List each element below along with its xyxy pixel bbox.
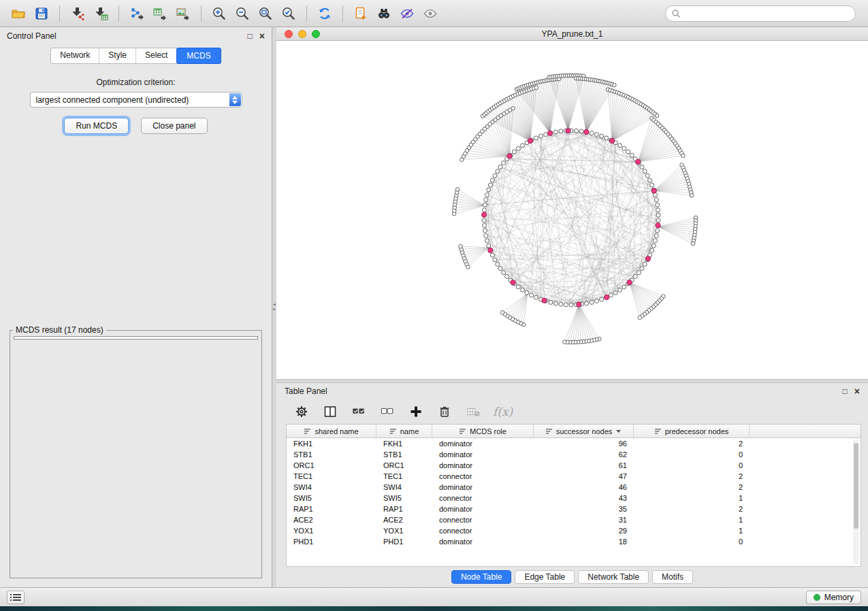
delete-column-button[interactable] bbox=[436, 403, 453, 420]
table-row[interactable]: ACE2ACE2connector311 bbox=[287, 514, 861, 525]
search-network-button[interactable] bbox=[372, 3, 396, 24]
tab-edge-table[interactable]: Edge Table bbox=[515, 570, 575, 584]
export-table-button[interactable] bbox=[148, 3, 172, 24]
table-cell: PHD1 bbox=[376, 536, 432, 547]
criterion-select[interactable]: largest connected component (undirected) bbox=[30, 92, 242, 108]
main-area: Control Panel □ × NetworkStyleSelectMCDS… bbox=[0, 27, 868, 587]
control-panel-spacer bbox=[0, 134, 272, 325]
close-table-panel-icon[interactable]: × bbox=[854, 387, 860, 395]
scrollbar-thumb[interactable] bbox=[854, 443, 858, 529]
table-cell: 2 bbox=[634, 438, 750, 449]
table-cell: 1 bbox=[634, 493, 750, 503]
import-network-icon bbox=[70, 6, 85, 21]
search-input[interactable] bbox=[684, 9, 850, 18]
table-scrollbar[interactable] bbox=[853, 439, 859, 565]
sort-icon bbox=[304, 428, 311, 435]
column-header-predecessor-nodes[interactable]: predecessor nodes bbox=[634, 425, 750, 437]
table-cell: dominator bbox=[432, 449, 534, 460]
select-all-columns-button[interactable] bbox=[350, 403, 368, 420]
table-cell: 0 bbox=[634, 449, 750, 460]
create-column-button[interactable] bbox=[407, 403, 425, 420]
table-settings-button[interactable] bbox=[293, 403, 310, 420]
search-icon bbox=[671, 9, 681, 18]
export-image-button[interactable] bbox=[172, 3, 195, 24]
run-mcds-button[interactable]: Run MCDS bbox=[64, 118, 129, 134]
close-panel-icon[interactable]: × bbox=[259, 32, 265, 40]
tab-select[interactable]: Select bbox=[136, 48, 177, 63]
import-table-button[interactable] bbox=[89, 3, 112, 24]
cytoscape-window: Control Panel □ × NetworkStyleSelectMCDS… bbox=[0, 0, 868, 611]
tab-network-table[interactable]: Network Table bbox=[578, 570, 649, 584]
window-close-button[interactable] bbox=[285, 30, 293, 38]
table-cell: ORC1 bbox=[376, 460, 432, 471]
splitter-collapse-icon[interactable]: ◂▸ bbox=[272, 302, 276, 312]
table-row[interactable]: FKH1FKH1dominator962 bbox=[287, 438, 861, 449]
plus-icon bbox=[409, 405, 423, 418]
eye-icon bbox=[423, 6, 438, 21]
hide-details-button[interactable] bbox=[396, 3, 419, 24]
memory-button[interactable]: Memory bbox=[806, 591, 861, 604]
tab-style[interactable]: Style bbox=[99, 48, 136, 63]
node-table: shared namenameMCDS rolesuccessor nodesp… bbox=[286, 424, 861, 567]
unselect-all-columns-button[interactable] bbox=[379, 403, 396, 420]
export-network-button[interactable] bbox=[125, 3, 148, 24]
column-header-successor-nodes[interactable]: successor nodes bbox=[534, 425, 634, 437]
table-row[interactable]: SWI5SWI5connector431 bbox=[287, 493, 861, 503]
table-row[interactable]: PHD1PHD1dominator180 bbox=[287, 536, 861, 547]
column-header-shared-name[interactable]: shared name bbox=[287, 425, 376, 437]
float-table-panel-icon[interactable]: □ bbox=[843, 387, 848, 395]
network-graph[interactable] bbox=[276, 41, 868, 379]
tab-network[interactable]: Network bbox=[51, 48, 99, 63]
zoom-in-button[interactable] bbox=[208, 3, 231, 24]
table-toolbar: f(x) bbox=[276, 399, 868, 424]
window-zoom-button[interactable] bbox=[312, 30, 320, 38]
function-builder-button: f(x) bbox=[493, 405, 513, 418]
open-file-button[interactable] bbox=[7, 3, 30, 24]
mcds-result-item[interactable]: PHD1 bbox=[14, 339, 257, 340]
network-window-titlebar: YPA_prune.txt_1 bbox=[276, 27, 868, 41]
panel-menu-button[interactable] bbox=[7, 591, 25, 604]
table-cell: YOX1 bbox=[287, 525, 376, 536]
sort-icon bbox=[545, 428, 553, 435]
apply-layout-button[interactable] bbox=[313, 3, 336, 24]
network-window: YPA_prune.txt_1 bbox=[276, 27, 868, 379]
show-columns-button[interactable] bbox=[321, 403, 339, 420]
close-panel-button[interactable]: Close panel bbox=[141, 118, 207, 134]
network-view[interactable] bbox=[276, 41, 868, 379]
tab-node-table[interactable]: Node Table bbox=[451, 570, 512, 584]
zoom-selected-button[interactable] bbox=[277, 3, 300, 24]
zoom-fit-icon bbox=[258, 6, 273, 21]
table-row[interactable]: YOX1YOX1connector291 bbox=[287, 525, 861, 536]
list-icon bbox=[10, 593, 21, 601]
network-window-title: YPA_prune.txt_1 bbox=[542, 29, 603, 39]
show-details-button[interactable] bbox=[419, 3, 442, 24]
table-cell: 2 bbox=[634, 471, 750, 482]
table-row[interactable]: TEC1TEC1connector472 bbox=[287, 471, 861, 482]
table-cell: 62 bbox=[534, 449, 634, 460]
tab-motifs[interactable]: Motifs bbox=[652, 570, 693, 584]
table-cell: SWI5 bbox=[376, 493, 432, 503]
table-row[interactable]: RAP1RAP1dominator352 bbox=[287, 503, 861, 514]
float-panel-icon[interactable]: □ bbox=[248, 32, 253, 40]
import-network-button[interactable] bbox=[66, 3, 89, 24]
control-panel: Control Panel □ × NetworkStyleSelectMCDS… bbox=[0, 27, 272, 587]
control-panel-header: Control Panel □ × bbox=[0, 27, 272, 45]
panel-splitter[interactable]: ◂▸ bbox=[272, 27, 276, 587]
zoom-selected-icon bbox=[281, 6, 296, 21]
column-header-MCDS-role[interactable]: MCDS role bbox=[432, 425, 534, 437]
tab-mcds[interactable]: MCDS bbox=[176, 48, 221, 64]
zoom-out-button[interactable] bbox=[231, 3, 254, 24]
table-row[interactable]: STB1STB1dominator620 bbox=[287, 449, 861, 460]
document-share-icon bbox=[353, 6, 368, 21]
column-header-name[interactable]: name bbox=[376, 425, 432, 437]
binoculars-icon bbox=[376, 6, 391, 21]
table-row[interactable]: ORC1ORC1dominator610 bbox=[287, 460, 861, 471]
zoom-fit-button[interactable] bbox=[254, 3, 277, 24]
mcds-result-title: MCDS result (17 nodes) bbox=[13, 325, 106, 335]
column-label: predecessor nodes bbox=[665, 427, 729, 435]
save-session-button[interactable] bbox=[30, 3, 53, 24]
window-minimize-button[interactable] bbox=[298, 30, 306, 38]
table-row[interactable]: SWI4SWI4dominator462 bbox=[287, 482, 861, 493]
search-box[interactable] bbox=[665, 5, 856, 22]
snapshot-button[interactable] bbox=[349, 3, 372, 24]
